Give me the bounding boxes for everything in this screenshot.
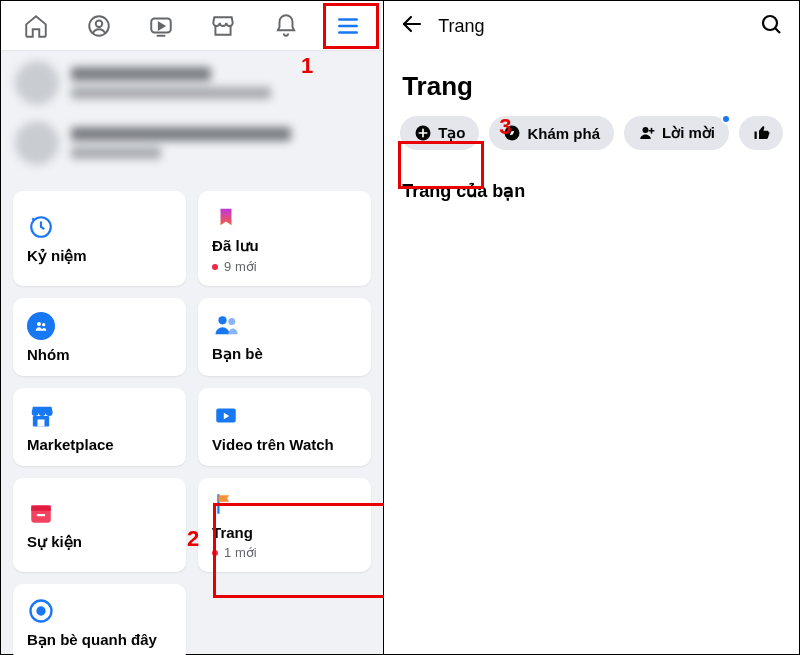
card-label: Sự kiện [27, 533, 172, 551]
profile-row[interactable] [15, 61, 369, 105]
svg-point-10 [228, 318, 235, 325]
page-title: Trang [384, 51, 799, 116]
card-label: Video trên Watch [212, 436, 357, 453]
avatar [15, 121, 59, 165]
chip-label: Tạo [438, 124, 465, 142]
card-label: Trang [212, 524, 357, 541]
back-icon[interactable] [400, 12, 424, 40]
svg-point-23 [763, 16, 777, 30]
svg-point-17 [40, 502, 43, 505]
card-friends[interactable]: Bạn bè [198, 298, 371, 376]
card-label: Bạn bè [212, 345, 357, 363]
svg-point-16 [34, 502, 37, 505]
card-pages[interactable]: Trang 1 mới [198, 478, 371, 572]
section-your-pages: Trang của bạn [384, 168, 799, 214]
chip-create[interactable]: Tạo [400, 116, 479, 150]
card-label: Kỷ niệm [27, 247, 172, 265]
chip-label: Khám phá [527, 125, 600, 142]
friends-icon [212, 311, 240, 339]
svg-rect-12 [38, 419, 45, 426]
svg-point-1 [95, 20, 102, 26]
people-icon[interactable] [71, 6, 127, 46]
svg-point-21 [38, 608, 45, 615]
bookmark-icon [212, 203, 240, 231]
chip-like[interactable] [739, 116, 783, 150]
home-icon[interactable] [8, 6, 64, 46]
groups-icon [27, 312, 55, 340]
card-nearby[interactable]: Bạn bè quanh đây [13, 584, 186, 655]
clock-icon [27, 213, 55, 241]
svg-point-9 [218, 316, 226, 324]
card-events[interactable]: Sự kiện [13, 478, 186, 572]
card-memories[interactable]: Kỷ niệm [13, 191, 186, 286]
store-icon [27, 402, 55, 430]
marketplace-icon[interactable] [195, 6, 251, 46]
chip-label: Lời mời [662, 124, 715, 142]
play-icon [212, 402, 240, 430]
svg-rect-19 [37, 514, 46, 516]
menu-icon[interactable] [320, 6, 376, 46]
menu-grid: Kỷ niệm Đã lưu 9 mới Nhóm [1, 191, 383, 655]
card-label: Đã lưu [212, 237, 357, 255]
card-label: Bạn bè quanh đây [27, 631, 172, 649]
search-icon[interactable] [759, 12, 783, 40]
bell-icon[interactable] [258, 6, 314, 46]
header: Trang [384, 1, 799, 51]
top-nav [1, 1, 383, 51]
card-label: Marketplace [27, 436, 172, 453]
profile-area [1, 51, 383, 191]
chip-discover[interactable]: Khám phá [489, 116, 614, 150]
person-plus-icon [638, 124, 656, 142]
card-sublabel: 9 mới [212, 259, 357, 274]
header-title: Trang [438, 16, 745, 37]
svg-line-24 [775, 28, 780, 33]
svg-point-8 [42, 323, 45, 326]
card-watch[interactable]: Video trên Watch [198, 388, 371, 466]
chip-row: Tạo Khám phá Lời mời [384, 116, 799, 168]
radar-icon [27, 597, 55, 625]
flag-icon [212, 490, 240, 518]
notification-dot-icon [721, 116, 731, 124]
watch-icon[interactable] [133, 6, 189, 46]
card-sublabel: 1 mới [212, 545, 357, 560]
plus-circle-icon [414, 124, 432, 142]
svg-point-27 [642, 127, 648, 133]
chip-invites[interactable]: Lời mời [624, 116, 729, 150]
card-saved[interactable]: Đã lưu 9 mới [198, 191, 371, 286]
thumb-up-icon [753, 124, 771, 142]
svg-point-7 [37, 322, 41, 326]
card-marketplace[interactable]: Marketplace [13, 388, 186, 466]
compass-icon [503, 124, 521, 142]
avatar [15, 61, 59, 105]
profile-row[interactable] [15, 121, 369, 165]
card-label: Nhóm [27, 346, 172, 363]
card-groups[interactable]: Nhóm [13, 298, 186, 376]
svg-rect-15 [31, 505, 51, 510]
calendar-icon [27, 499, 55, 527]
svg-point-18 [45, 502, 48, 505]
